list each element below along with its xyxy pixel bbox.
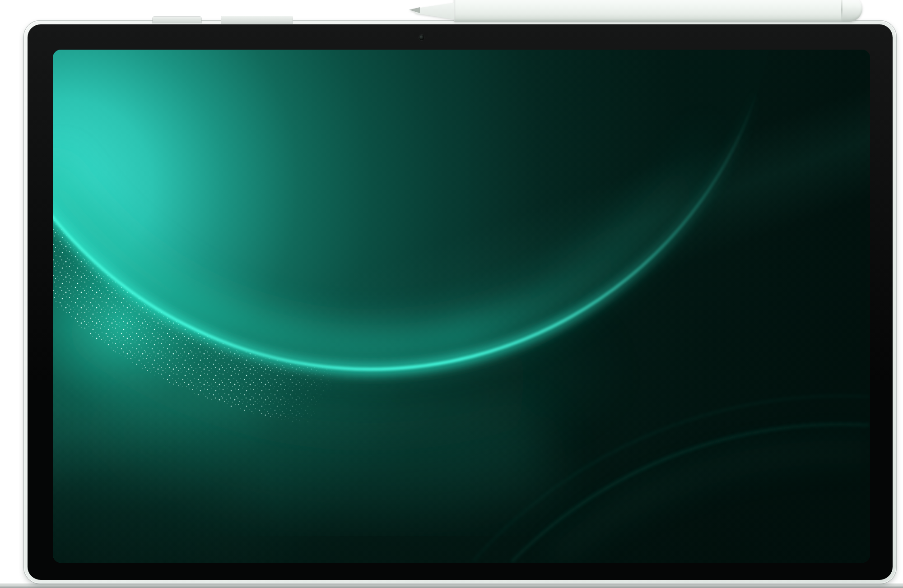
- light-sensor-icon: [439, 34, 442, 37]
- stylus-body: [454, 0, 862, 22]
- tablet-screen: [53, 50, 870, 563]
- product-photo-stage: [0, 0, 903, 588]
- wallpaper: [53, 50, 870, 563]
- stylus-nib: [409, 7, 420, 13]
- stylus-pen: [386, 0, 862, 22]
- tablet-device: [24, 21, 896, 583]
- volume-rocker: [221, 16, 293, 23]
- screen-sheen: [53, 50, 870, 563]
- stylus-cap: [842, 0, 862, 22]
- power-button: [153, 17, 201, 23]
- table-surface-shadow: [0, 583, 903, 588]
- front-camera-icon: [419, 35, 424, 40]
